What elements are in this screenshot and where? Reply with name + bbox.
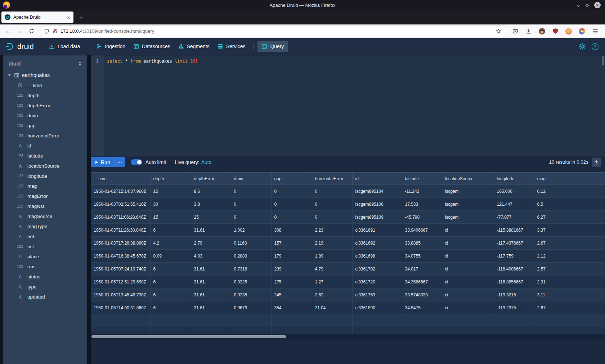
- table-cell[interactable]: 2.12: [534, 250, 605, 263]
- editor-scrollbar[interactable]: [602, 56, 604, 65]
- sidebar-column-place[interactable]: Aplace: [3, 251, 87, 261]
- table-cell[interactable]: 33.5748333: [402, 288, 442, 301]
- table-cell[interactable]: 0.3325: [231, 276, 271, 288]
- run-more-button[interactable]: •••: [115, 157, 125, 167]
- table-cell[interactable]: 6: [150, 224, 191, 237]
- table-cell[interactable]: 0.2889: [231, 250, 271, 263]
- table-cell[interactable]: ci: [442, 250, 494, 263]
- table-cell[interactable]: -117.4376667: [494, 237, 534, 250]
- table-cell[interactable]: ci: [442, 301, 494, 314]
- sidebar-column-net[interactable]: Anet: [3, 231, 87, 241]
- table-cell[interactable]: 2.79: [191, 237, 231, 250]
- sidebar-column-latitude[interactable]: 123latitude: [3, 151, 87, 161]
- table-cell[interactable]: 1950-01-03T17:26:38.860Z: [91, 237, 150, 250]
- sidebar-column-depthError[interactable]: 123depthError: [3, 100, 87, 110]
- table-cell[interactable]: 4.2: [150, 237, 191, 250]
- column-header-gap[interactable]: gap: [271, 173, 312, 185]
- table-cell[interactable]: 0: [312, 198, 352, 211]
- table-cell[interactable]: 0: [231, 211, 271, 224]
- table-cell[interactable]: 1950-01-05T13:45:48.730Z: [91, 288, 150, 301]
- sidebar-column-magNst[interactable]: 123magNst: [3, 201, 87, 211]
- auto-limit-toggle[interactable]: [131, 159, 142, 165]
- table-cell[interactable]: ci: [442, 224, 494, 237]
- column-header-latitude[interactable]: latitude: [402, 173, 442, 185]
- url-bar[interactable]: 172.18.0.4:30109/unified-console.html#qu…: [40, 26, 505, 37]
- sidebar-column-magSource[interactable]: AmagSource: [3, 211, 87, 221]
- table-cell[interactable]: 6: [150, 301, 191, 314]
- extension-avatar-icon[interactable]: [537, 27, 547, 36]
- insecure-lock-icon[interactable]: [52, 28, 58, 34]
- table-cell[interactable]: ci3361753: [352, 288, 402, 301]
- table-cell[interactable]: 0: [231, 198, 271, 211]
- table-cell[interactable]: 4.03: [191, 250, 231, 263]
- table-cell[interactable]: 0: [271, 185, 312, 198]
- live-query-value[interactable]: Auto: [201, 159, 212, 165]
- table-cell[interactable]: 6.5: [534, 198, 605, 211]
- table-cell[interactable]: 1.89: [312, 250, 352, 263]
- extension-pinwheel-icon[interactable]: [577, 27, 587, 36]
- sidebar-column-__time[interactable]: __time: [3, 80, 87, 90]
- sidebar-column-locationSource[interactable]: AlocationSource: [3, 161, 87, 171]
- table-cell[interactable]: 2.19: [312, 237, 352, 250]
- nav-item-ingestion[interactable]: Ingestion: [92, 41, 129, 52]
- column-header-depthError[interactable]: depthError: [191, 173, 231, 185]
- table-cell[interactable]: 34.017: [402, 263, 442, 276]
- table-cell[interactable]: iscgem: [442, 211, 494, 224]
- table-cell[interactable]: 275: [271, 276, 312, 288]
- table-cell[interactable]: ci: [442, 276, 494, 288]
- table-cell[interactable]: -116.8856667: [494, 276, 534, 288]
- nav-item-datasources[interactable]: Datasources: [129, 41, 174, 52]
- table-cell[interactable]: 6.12: [534, 185, 605, 198]
- column-header-id[interactable]: id: [352, 173, 402, 185]
- nav-item-services[interactable]: Services: [214, 41, 250, 52]
- ublock-origin-icon[interactable]: [551, 27, 560, 36]
- table-cell[interactable]: 6.27: [534, 211, 605, 224]
- sidebar-table-earthquakes[interactable]: earthquakes: [3, 71, 87, 80]
- sidebar-column-updated[interactable]: Aupdated: [3, 292, 87, 302]
- table-cell[interactable]: -117.759: [494, 250, 534, 263]
- nav-item-query[interactable]: Query: [257, 41, 288, 52]
- table-cell[interactable]: 3.8: [191, 198, 231, 211]
- table-cell[interactable]: iscgem895104: [352, 185, 402, 198]
- run-button[interactable]: Run: [91, 157, 115, 167]
- table-cell[interactable]: 31.61: [191, 301, 231, 314]
- table-cell[interactable]: 2.67: [534, 237, 605, 250]
- table-cell[interactable]: 2.57: [534, 263, 605, 276]
- table-cell[interactable]: ci: [442, 288, 494, 301]
- table-cell[interactable]: -77.077: [494, 211, 534, 224]
- profile-avatar-icon[interactable]: [564, 27, 573, 36]
- table-cell[interactable]: 34.3586667: [402, 276, 442, 288]
- table-cell[interactable]: 121.447: [494, 198, 534, 211]
- table-cell[interactable]: -116.4006667: [494, 263, 534, 276]
- column-header-__time[interactable]: __time: [91, 173, 150, 185]
- window-maximize-button[interactable]: [586, 2, 588, 8]
- forward-button[interactable]: →: [14, 26, 25, 37]
- table-cell[interactable]: 1950-01-03T11:06:28.640Z: [91, 211, 150, 224]
- sidebar-column-dmin[interactable]: 123dmin: [3, 110, 87, 120]
- pocket-icon[interactable]: [511, 27, 520, 36]
- table-cell[interactable]: 34.0755: [402, 250, 442, 263]
- table-cell[interactable]: ci3361692: [352, 237, 402, 250]
- column-header-locationSource[interactable]: locationSource: [442, 173, 494, 185]
- table-cell[interactable]: 31.61: [191, 263, 231, 276]
- table-cell[interactable]: 1950-01-05T07:24:19.740Z: [91, 263, 150, 276]
- column-header-horizontalError[interactable]: horizontalError: [312, 173, 352, 185]
- table-cell[interactable]: 1950-01-04T16:38:45.670Z: [91, 250, 150, 263]
- reload-button[interactable]: [26, 26, 37, 37]
- table-cell[interactable]: 6: [150, 276, 191, 288]
- table-cell[interactable]: ci: [442, 263, 494, 276]
- table-cell[interactable]: 2.31: [534, 276, 605, 288]
- table-cell[interactable]: 2.23: [312, 224, 352, 237]
- sidebar-column-type[interactable]: Atype: [3, 282, 87, 292]
- table-cell[interactable]: 245: [271, 288, 312, 301]
- table-cell[interactable]: iscgem: [442, 185, 494, 198]
- table-cell[interactable]: 308: [271, 224, 312, 237]
- sidebar-column-gap[interactable]: 123gap: [3, 120, 87, 131]
- table-cell[interactable]: 3.11: [534, 288, 605, 301]
- column-header-longitude[interactable]: longitude: [494, 173, 534, 185]
- sidebar-column-magType[interactable]: AmagType: [3, 221, 87, 231]
- table-cell[interactable]: 31.61: [191, 288, 231, 301]
- table-cell[interactable]: 30: [150, 198, 191, 211]
- download-results-button[interactable]: [592, 158, 601, 167]
- table-cell[interactable]: -119.2375: [494, 301, 534, 314]
